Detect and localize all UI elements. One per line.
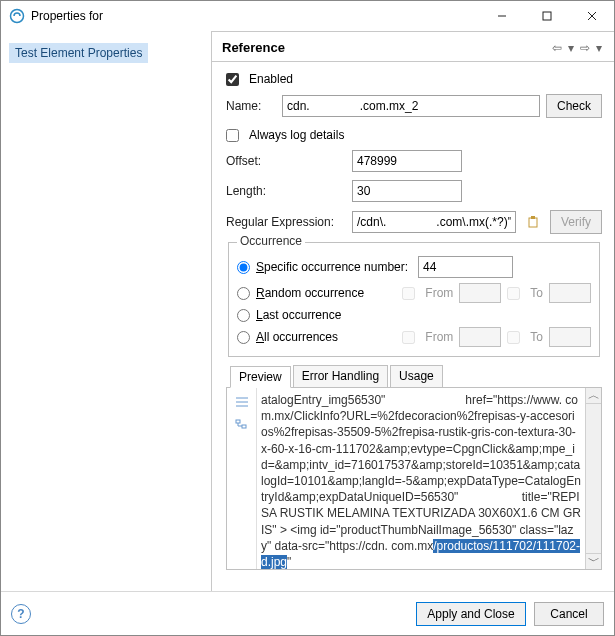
all-from-box: [459, 327, 501, 347]
preview-text-2: com.mx/ClickInfo?URL=%2fdecoracion%2frep…: [261, 393, 581, 504]
tab-usage[interactable]: Usage: [390, 365, 443, 387]
random-from-checkbox: [402, 287, 415, 300]
always-log-label: Always log details: [249, 128, 344, 142]
all-to-box: [549, 327, 591, 347]
random-to-checkbox: [507, 287, 520, 300]
name-label: Name:: [226, 99, 276, 113]
specific-occurrence-input[interactable]: [418, 256, 513, 278]
tab-preview[interactable]: Preview: [230, 366, 291, 388]
random-from-box: [459, 283, 501, 303]
last-occurrence-label: Last occurrence: [256, 308, 341, 322]
clipboard-icon[interactable]: [522, 211, 544, 233]
all-occurrences-radio[interactable]: [237, 331, 250, 344]
scroll-down-icon[interactable]: ﹀: [586, 553, 601, 569]
preview-panel: atalogEntry_img56530" href="https://www.…: [226, 388, 602, 570]
nav-back-menu-icon[interactable]: ▾: [566, 41, 576, 55]
always-log-checkbox[interactable]: [226, 129, 239, 142]
length-input[interactable]: [352, 180, 462, 202]
preview-scrollbar[interactable]: ︿ ﹀: [585, 388, 601, 569]
to-label-1: To: [530, 286, 543, 300]
svg-rect-11: [242, 425, 246, 428]
help-icon[interactable]: ?: [11, 604, 31, 624]
verify-button[interactable]: Verify: [550, 210, 602, 234]
minimize-button[interactable]: [479, 1, 524, 31]
occurrence-group: Occurrence SSpecific occurrence number:p…: [228, 242, 600, 357]
tree-view-icon[interactable]: [234, 418, 250, 434]
panel-heading: Reference: [222, 40, 550, 55]
preview-body[interactable]: atalogEntry_img56530" href="https://www.…: [257, 388, 585, 569]
enabled-checkbox[interactable]: [226, 73, 239, 86]
cancel-button[interactable]: Cancel: [534, 602, 604, 626]
from-label-2: From: [425, 330, 453, 344]
length-label: Length:: [226, 184, 346, 198]
svg-point-0: [11, 10, 24, 23]
from-label-1: From: [425, 286, 453, 300]
specific-occurrence-radio[interactable]: [237, 261, 250, 274]
app-icon: [9, 8, 25, 24]
svg-rect-2: [543, 12, 551, 20]
preview-side-toolbar: [227, 388, 257, 569]
random-occurrence-label: Random occurrence: [256, 286, 364, 300]
last-occurrence-radio[interactable]: [237, 309, 250, 322]
offset-input[interactable]: [352, 150, 462, 172]
left-nav: Test Element Properties: [1, 31, 211, 591]
regex-label: Regular Expression:: [226, 215, 346, 229]
all-occurrences-label: All occurrences: [256, 330, 338, 344]
svg-rect-6: [531, 216, 535, 219]
random-to-box: [549, 283, 591, 303]
bottom-bar: ? Apply and Close Cancel: [1, 591, 614, 636]
occurrence-group-label: Occurrence: [237, 234, 305, 248]
form-area: Enabled Name: Check Always log details O…: [212, 62, 614, 574]
tab-error-handling[interactable]: Error Handling: [293, 365, 388, 387]
list-view-icon[interactable]: [234, 394, 250, 410]
nav-item-test-element-properties[interactable]: Test Element Properties: [9, 43, 148, 63]
enabled-label: Enabled: [249, 72, 293, 86]
regex-input[interactable]: [352, 211, 516, 233]
check-button[interactable]: Check: [546, 94, 602, 118]
preview-text-tail: ": [287, 555, 291, 569]
scroll-up-icon[interactable]: ︿: [586, 388, 601, 404]
specific-occurrence-label: SSpecific occurrence number:pecific occu…: [256, 260, 408, 274]
nav-forward-icon[interactable]: ⇨: [578, 41, 592, 55]
preview-text-1a: atalogEntry_img56530": [261, 393, 385, 407]
nav-forward-menu-icon[interactable]: ▾: [594, 41, 604, 55]
window-titlebar: Properties for: [1, 1, 614, 31]
tab-bar: Preview Error Handling Usage: [226, 365, 602, 388]
close-button[interactable]: [569, 1, 614, 31]
maximize-button[interactable]: [524, 1, 569, 31]
svg-rect-10: [236, 420, 240, 423]
heading-nav-arrows: ⇦▾ ⇨▾: [550, 41, 604, 55]
random-occurrence-radio[interactable]: [237, 287, 250, 300]
name-input[interactable]: [282, 95, 540, 117]
offset-label: Offset:: [226, 154, 346, 168]
apply-and-close-button[interactable]: Apply and Close: [416, 602, 526, 626]
all-to-checkbox: [507, 331, 520, 344]
window-title: Properties for: [31, 9, 479, 23]
all-from-checkbox: [402, 331, 415, 344]
preview-text-1b: href="https://www.: [465, 393, 562, 407]
nav-back-icon[interactable]: ⇦: [550, 41, 564, 55]
to-label-2: To: [530, 330, 543, 344]
svg-rect-5: [529, 218, 537, 227]
